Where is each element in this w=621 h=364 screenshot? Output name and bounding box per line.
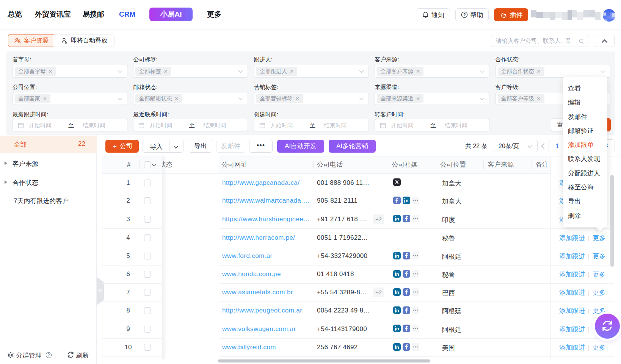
svg-text:?: ? [48, 353, 50, 357]
svg-text:?: ? [463, 12, 466, 17]
